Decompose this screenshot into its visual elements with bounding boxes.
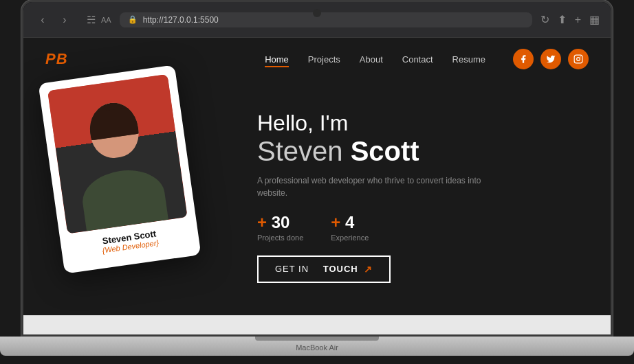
nav-link-about[interactable]: About <box>360 54 383 65</box>
facebook-icon[interactable] <box>513 49 534 69</box>
share-button[interactable]: ⬆ <box>558 13 567 26</box>
bottom-strip <box>23 315 611 334</box>
hero-content: Hello, I'm Steven Scott A professional w… <box>257 111 583 282</box>
tabs-button[interactable]: ▦ <box>589 13 600 26</box>
lock-icon: 🔒 <box>128 15 138 24</box>
hero-stats: + 30 Projects done + 4 Experience <box>257 213 583 242</box>
person-body <box>79 166 168 231</box>
website-content: PB Home Projects About Contact Resume <box>23 38 611 334</box>
hero-name-first: Steven <box>257 136 351 166</box>
svg-rect-0 <box>574 55 582 63</box>
hero-subtitle: A professional web developer who thrive … <box>257 174 491 199</box>
nav-link-resume[interactable]: Resume <box>452 54 485 65</box>
profile-card: Steven Scott {Web Developer} <box>39 65 201 273</box>
nav-link-home[interactable]: Home <box>265 54 289 67</box>
bookmarks-icon[interactable]: ☵ <box>87 14 96 26</box>
screen-bezel: ‹ › ☵ AA 🔒 http://127.0.0.1:5500 ↻ ⬆ + ▦ <box>21 0 613 337</box>
nav-link-projects[interactable]: Projects <box>308 54 340 65</box>
cta-arrow-icon: ↗ <box>364 264 373 275</box>
cta-prefix: GET IN <box>275 264 309 274</box>
stat-projects-value: + 30 <box>257 213 303 232</box>
svg-point-1 <box>577 58 580 61</box>
stat-experience-label: Experience <box>331 234 369 242</box>
text-size-icon[interactable]: AA <box>101 16 111 24</box>
stat-experience-value: + 4 <box>331 213 369 232</box>
macbook-frame: ‹ › ☵ AA 🔒 http://127.0.0.1:5500 ↻ ⬆ + ▦ <box>0 0 634 364</box>
forward-button[interactable]: › <box>56 12 73 28</box>
toolbar-actions: ↻ ⬆ + ▦ <box>540 13 600 26</box>
back-button[interactable]: ‹ <box>34 12 51 28</box>
get-in-touch-button[interactable]: GET IN TOUCH ↗ <box>257 255 391 283</box>
nav-links: Home Projects About Contact Resume <box>265 53 485 65</box>
macbook-model-label: MacBook Air <box>296 343 338 352</box>
reload-button[interactable]: ↻ <box>540 13 549 26</box>
browser-window: ‹ › ☵ AA 🔒 http://127.0.0.1:5500 ↻ ⬆ + ▦ <box>23 2 611 334</box>
camera-dot <box>313 9 321 17</box>
site-navigation: PB Home Projects About Contact Resume <box>23 38 611 80</box>
nav-buttons: ‹ › <box>34 12 73 28</box>
browser-icons: ☵ AA <box>87 14 111 26</box>
site-logo: PB <box>45 50 68 68</box>
twitter-icon[interactable] <box>540 49 561 69</box>
macbook-base: MacBook Air <box>0 337 634 356</box>
url-display: http://127.0.0.1:5500 <box>143 15 219 25</box>
svg-point-2 <box>580 56 581 57</box>
hero-name: Steven Scott <box>257 136 583 166</box>
hero-name-last: Scott <box>351 136 419 166</box>
hero-greeting: Hello, I'm <box>257 111 583 135</box>
hero-section: Steven Scott {Web Developer} Hello, I'm … <box>23 80 611 314</box>
person-head <box>87 100 142 161</box>
instagram-icon[interactable] <box>568 49 589 69</box>
stat-projects-label: Projects done <box>257 234 303 242</box>
cta-suffix: TOUCH <box>323 264 358 274</box>
social-icons <box>513 49 589 69</box>
person-figure <box>47 74 188 234</box>
profile-image <box>47 74 188 234</box>
address-bar[interactable]: 🔒 http://127.0.0.1:5500 <box>120 12 532 27</box>
stat-experience: + 4 Experience <box>331 213 369 242</box>
new-tab-button[interactable]: + <box>575 14 581 26</box>
profile-card-wrapper: Steven Scott {Web Developer} <box>39 65 201 273</box>
browser-toolbar: ‹ › ☵ AA 🔒 http://127.0.0.1:5500 ↻ ⬆ + ▦ <box>23 2 611 38</box>
nav-link-contact[interactable]: Contact <box>402 54 433 65</box>
stat-projects: + 30 Projects done <box>257 213 303 242</box>
